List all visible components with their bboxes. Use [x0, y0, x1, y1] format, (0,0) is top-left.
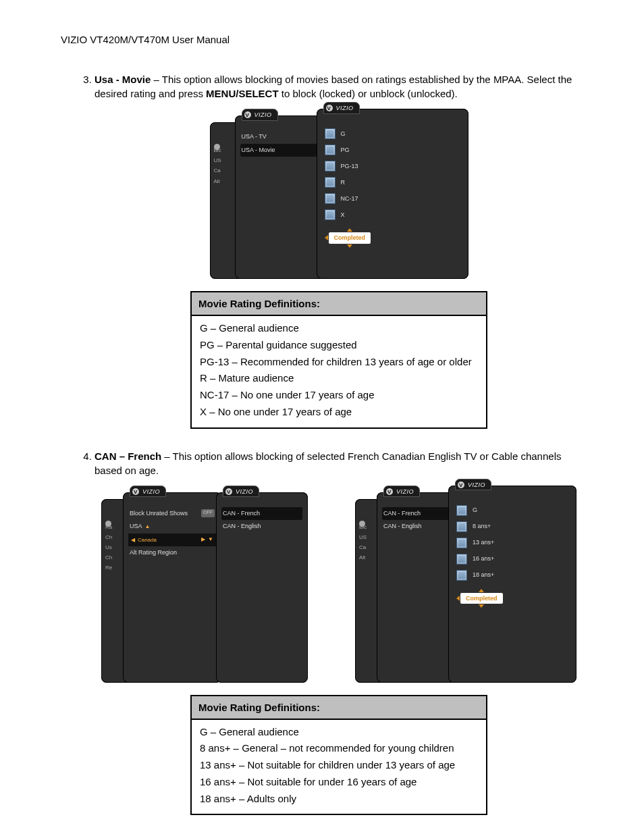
checkbox-icon: [325, 193, 336, 204]
rating-option-13ans[interactable]: 13 ans+: [455, 535, 570, 551]
list-item-3: Usa - Movie – This option allows blockin…: [95, 72, 583, 429]
rating-label: 16 ans+: [473, 554, 494, 563]
def-row: 13 ans+ – Not suitable for children unde…: [200, 757, 478, 774]
list-item-4: CAN – French – This option allows blocki…: [95, 449, 583, 816]
menu-row-can-english[interactable]: CAN - English: [382, 520, 453, 533]
row-label: Block Unrated Shows: [130, 509, 188, 518]
menu-row-can-french[interactable]: CAN - French: [382, 507, 453, 521]
vizio-tab: VIZIO: [383, 486, 420, 498]
osd-can-ratings: Blc US Ca Alt VIZIO CAN - French CAN - E…: [355, 486, 576, 683]
osd-mid-panel: VIZIO USA - TV USA - Movie: [235, 115, 327, 279]
rating-label: 13 ans+: [473, 538, 494, 547]
def-body: G – General audience PG – Parental guida…: [191, 315, 487, 428]
rating-option-g[interactable]: G: [455, 502, 570, 519]
chevron-up-icon: ▲: [144, 523, 152, 529]
checkbox-icon: [325, 145, 336, 155]
menu-row-canada[interactable]: ◀Canada ▼ ▶: [128, 533, 216, 547]
menu-row-can-english[interactable]: CAN - English: [221, 520, 302, 533]
checkbox-icon: [325, 209, 336, 220]
rating-label: X: [341, 211, 345, 219]
vizio-tab: VIZIO: [223, 486, 259, 498]
osd-mid-panel: VIZIO CAN - French CAN - English: [377, 492, 458, 683]
rating-option-16ans[interactable]: 16 ans+: [455, 551, 570, 567]
completed-label: Completed: [466, 595, 498, 602]
rating-option-pg13[interactable]: PG-13: [323, 158, 462, 174]
rating-label: NC-17: [341, 194, 358, 203]
rating-option-8ans[interactable]: 8 ans+: [455, 519, 570, 535]
rating-option-r[interactable]: R: [323, 174, 462, 190]
def-body: G – General audience 8 ans+ – General – …: [191, 719, 487, 815]
row-label: Canada: [136, 537, 158, 543]
rating-option-nc17[interactable]: NC-17: [323, 190, 462, 207]
osd-ratings-panel: VIZIO G PG PG-13 R NC-17 X Completed: [317, 109, 468, 279]
chevron-down-icon: ▼: [207, 536, 215, 543]
menu-row-usa[interactable]: USA ▲: [128, 520, 216, 533]
definitions-table-can: Movie Rating Definitions: G – General au…: [190, 695, 487, 816]
definitions-table-usa: Movie Rating Definitions: G – General au…: [190, 291, 487, 429]
checkbox-icon: [456, 505, 467, 516]
def-row: R – Mature audience: [200, 370, 478, 387]
def-row: NC-17 – No one under 17 years of age: [200, 387, 478, 404]
menu-row-can-french[interactable]: CAN - French: [221, 507, 302, 521]
rating-label: R: [341, 178, 346, 187]
osd-can-menu: Ra Ch Us Ch Re VIZIO Block Unrated Shows…: [101, 486, 308, 683]
checkbox-icon: [456, 521, 467, 532]
def-row: 16 ans+ – Not suitable for under 16 year…: [200, 774, 478, 791]
checkbox-icon: [325, 177, 336, 188]
def-row: G – General audience: [200, 320, 478, 337]
vizio-tab: VIZIO: [242, 109, 278, 121]
def-row: PG – Parental guidance suggested: [200, 337, 478, 354]
def-row: PG-13 – Recommended for children 13 year…: [200, 354, 478, 371]
completed-button[interactable]: Completed: [329, 232, 371, 244]
item3-title: Usa - Movie: [95, 74, 151, 85]
checkbox-icon: [325, 161, 336, 172]
def-row: 18 ans+ – Adults only: [200, 791, 478, 808]
rating-option-pg[interactable]: PG: [323, 142, 462, 158]
checkbox-icon: [456, 554, 467, 565]
vizio-tab: VIZIO: [323, 102, 360, 114]
item3-desc-b: to block (locked) or unblock (unlocked).: [279, 88, 458, 99]
osd-right-panel: VIZIO CAN - French CAN - English: [216, 492, 308, 683]
osd-ratings-panel: VIZIO G 8 ans+ 13 ans+ 16 ans+ 18 ans+ C…: [448, 486, 576, 683]
rating-label: G: [473, 506, 477, 515]
menu-row-usa-tv[interactable]: USA - TV: [240, 130, 321, 144]
def-row: X – No one under 17 years of age: [200, 404, 478, 421]
def-title: Movie Rating Definitions:: [191, 696, 487, 719]
rating-label: PG-13: [341, 162, 358, 171]
item3-menu-select: MENU/SELECT: [206, 88, 279, 99]
chevron-left-icon: ◀: [130, 537, 136, 543]
row-label: USA: [130, 523, 142, 529]
manual-header: VIZIO VT420M/VT470M User Manual: [61, 34, 583, 45]
checkbox-icon: [456, 538, 467, 548]
rating-label: PG: [341, 146, 350, 155]
chevron-right-icon: ▶: [200, 536, 207, 543]
checkbox-icon: [325, 128, 336, 139]
osd-mid-panel: VIZIO Block Unrated Shows OFF USA ▲ ◀Can…: [123, 492, 221, 683]
completed-label: Completed: [334, 234, 366, 241]
vizio-tab: VIZIO: [455, 479, 491, 491]
off-badge: OFF: [201, 509, 215, 518]
vizio-tab: VIZIO: [130, 486, 166, 498]
rating-label: 18 ans+: [473, 571, 494, 579]
completed-button[interactable]: Completed: [460, 593, 503, 604]
def-row: 8 ans+ – General – not recommended for y…: [200, 740, 478, 757]
item4-desc: – This option allows blocking of selecte…: [95, 450, 561, 476]
menu-row-usa-movie[interactable]: USA - Movie: [240, 144, 321, 157]
rating-label: 8 ans+: [473, 522, 491, 531]
def-title: Movie Rating Definitions:: [191, 292, 487, 315]
checkbox-icon: [456, 570, 467, 581]
osd-usa-movie: Blc US Ca Alt VIZIO USA - TV USA - Movie…: [210, 109, 468, 279]
rating-option-g[interactable]: G: [323, 126, 462, 142]
menu-row-alt-region[interactable]: Alt Rating Region: [128, 546, 216, 560]
def-row: G – General audience: [200, 724, 478, 741]
rating-option-18ans[interactable]: 18 ans+: [455, 567, 570, 583]
rating-label: G: [341, 130, 346, 138]
menu-row-block-unrated[interactable]: Block Unrated Shows OFF: [128, 507, 216, 521]
rating-option-x[interactable]: X: [323, 207, 462, 223]
item4-title: CAN – French: [95, 450, 161, 462]
